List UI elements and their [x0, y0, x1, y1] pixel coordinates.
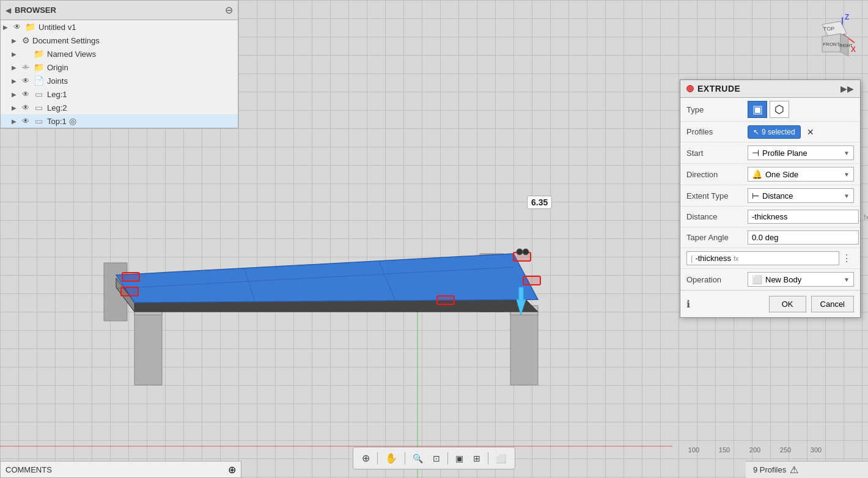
chevron-icon: ▶ — [12, 78, 20, 84]
add-comment-icon[interactable]: ⊕ — [228, 464, 236, 476]
taper-angle-row: Taper Angle — [680, 227, 860, 248]
svg-text:FRONT: FRONT — [823, 42, 840, 47]
chevron-icon: ▶ — [12, 91, 20, 98]
profiles-control: ↖ 9 selected ✕ — [748, 125, 854, 139]
chevron-icon: ▶ — [12, 37, 20, 44]
extrude-expand-icon[interactable]: ▶▶ — [840, 84, 854, 94]
browser-item-top1[interactable]: ▶ 👁 ▭ Top:1 ◎ — [1, 114, 238, 128]
separator3 — [447, 452, 448, 465]
type-row: Type ▣ ⬡ — [680, 98, 860, 122]
browser-minimize-icon[interactable]: ⊖ — [225, 4, 233, 16]
eye-icon[interactable]: 👁 — [20, 63, 31, 72]
target-icon: ◎ — [69, 116, 76, 126]
eye-icon[interactable]: 👁 — [20, 103, 31, 112]
operation-label: Operation — [686, 275, 748, 284]
eye-icon[interactable]: 👁 — [20, 90, 31, 98]
profiles-status: 9 Profiles ⚠ — [746, 461, 868, 478]
info-icon[interactable]: ℹ — [686, 298, 690, 310]
type-surface-button[interactable]: ⬡ — [770, 101, 789, 118]
profiles-row: Profiles ↖ 9 selected ✕ — [680, 122, 860, 142]
browser-item-named-views[interactable]: ▶ 📁 Named Views — [1, 47, 238, 61]
profiles-status-icon: ⚠ — [790, 464, 798, 476]
browser-item-leg2[interactable]: ▶ 👁 ▭ Leg:2 — [1, 101, 238, 114]
zoom-fit-control[interactable]: ⊡ — [429, 451, 444, 466]
start-dropdown[interactable]: ⊣ Profile Plane ▼ — [748, 145, 854, 160]
item-label-top1: Top:1 — [47, 117, 67, 126]
direction-dropdown[interactable]: 🔔 One Side ▼ — [748, 167, 854, 182]
item-label-joints: Joints — [47, 76, 68, 86]
cube-svg: Z X TOP FRONT RIGHT — [801, 12, 856, 67]
viewport-controls: ⊕ ✋ 🔍 ⊡ ▣ ⊞ ⬜ — [353, 447, 515, 469]
taper-angle-input[interactable] — [748, 230, 859, 245]
ok-button[interactable]: OK — [769, 296, 806, 312]
browser-item-doc-settings[interactable]: ▶ ⚙ Document Settings — [1, 34, 238, 47]
folder-icon-empty: 📄 — [32, 76, 45, 86]
taper-angle-label: Taper Angle — [686, 233, 748, 242]
chevron-icon: ▶ — [12, 105, 20, 111]
extent-type-value: Distance — [762, 191, 793, 200]
browser-item-leg1[interactable]: ▶ 👁 ▭ Leg:1 — [1, 87, 238, 101]
extrude-body: Type ▣ ⬡ Profiles ↖ 9 selected ✕ Start — [680, 98, 860, 290]
pan-control[interactable]: ✋ — [381, 450, 401, 466]
folder-icon: 📁 — [32, 62, 45, 72]
type-control: ▣ ⬡ — [748, 101, 854, 118]
chevron-down-icon: ▼ — [844, 276, 850, 283]
browser-item-untitled[interactable]: ▶ 👁 📁 Untitled v1 — [1, 20, 238, 34]
extrude-header: EXTRUDE ▶▶ — [680, 80, 860, 98]
distance-input[interactable] — [748, 210, 859, 224]
item-label-named-views: Named Views — [47, 50, 96, 59]
chevron-icon: ▶ — [3, 24, 12, 31]
distance-control: fx — [748, 210, 868, 224]
profiles-label: Profiles — [686, 127, 748, 136]
folder-icon: 📁 — [24, 22, 36, 32]
profiles-clear-icon[interactable]: ✕ — [807, 127, 814, 137]
type-solid-button[interactable]: ▣ — [748, 101, 767, 118]
comments-button[interactable]: COMMENTS — [6, 465, 52, 474]
operation-control: ⬜ New Body ▼ — [748, 272, 854, 287]
chevron-down-icon: ▼ — [844, 150, 850, 156]
grid-control[interactable]: ⊞ — [469, 451, 484, 466]
move-control[interactable]: ⊕ — [358, 450, 373, 466]
view-control[interactable]: ⬜ — [492, 451, 510, 466]
eye-icon[interactable]: 👁 — [12, 23, 23, 31]
view-cube[interactable]: Z X TOP FRONT RIGHT — [801, 12, 856, 67]
browser-panel: ◀ BROWSER ⊖ ▶ 👁 📁 Untitled v1 ▶ ⚙ Docume… — [0, 0, 238, 128]
distance-label: Distance — [686, 212, 748, 221]
distance-row: Distance fx — [680, 207, 860, 227]
item-label-doc-settings: Document Settings — [32, 36, 100, 45]
profiles-select-button[interactable]: ↖ 9 selected — [748, 125, 801, 139]
eye-icon[interactable]: 👁 — [20, 117, 31, 125]
start-label: Start — [686, 149, 748, 158]
display-control[interactable]: ▣ — [452, 451, 467, 466]
thickness-field: | -thickness fx — [686, 251, 839, 265]
profiles-count-label: 9 Profiles — [753, 465, 786, 474]
operation-value: New Body — [765, 275, 801, 284]
browser-item-origin[interactable]: ▶ 👁 📁 Origin — [1, 61, 238, 74]
start-control: ⊣ Profile Plane ▼ — [748, 145, 854, 160]
start-value: Profile Plane — [762, 149, 807, 158]
browser-item-joints[interactable]: ▶ 👁 📄 Joints — [1, 74, 238, 87]
fx-label: fx — [734, 255, 739, 262]
comments-label: COMMENTS — [6, 465, 52, 474]
extent-type-dropdown[interactable]: ⊢ Distance ▼ — [748, 188, 854, 203]
profile-plane-icon: ⊣ — [752, 148, 759, 158]
body-icon: ▭ — [32, 116, 45, 126]
direction-row: Direction 🔔 One Side ▼ — [680, 164, 860, 185]
zoom-in-control[interactable]: 🔍 — [409, 451, 427, 466]
more-options-icon[interactable]: ⋮ — [839, 252, 854, 264]
type-label: Type — [686, 105, 748, 114]
chevron-icon: ▶ — [12, 64, 20, 71]
cancel-button[interactable]: Cancel — [811, 296, 854, 312]
ruler-bottom: 300 250 200 150 100 — [679, 446, 831, 454]
svg-text:TOP: TOP — [823, 26, 834, 32]
direction-icon: 🔔 — [752, 169, 762, 179]
browser-collapse-icon[interactable]: ◀ — [6, 6, 11, 15]
thickness-row: | -thickness fx ⋮ — [680, 248, 860, 269]
extrude-panel: EXTRUDE ▶▶ Type ▣ ⬡ Profiles ↖ 9 selecte… — [680, 79, 861, 318]
svg-text:Z: Z — [845, 13, 849, 21]
operation-dropdown[interactable]: ⬜ New Body ▼ — [748, 272, 854, 287]
eye-icon[interactable]: 👁 — [20, 76, 31, 85]
separator2 — [405, 452, 405, 465]
item-label-origin: Origin — [47, 63, 68, 72]
thickness-value: -thickness — [695, 254, 731, 263]
